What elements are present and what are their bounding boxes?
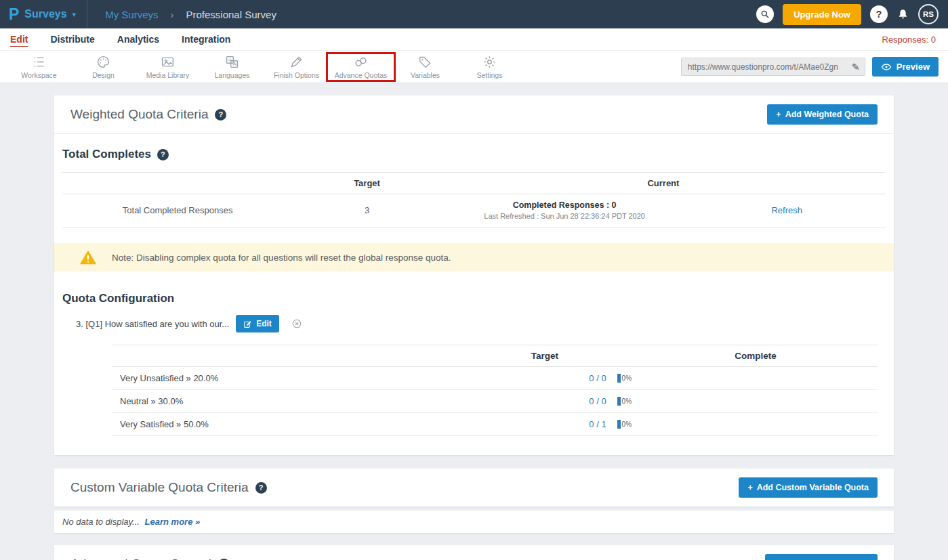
custom-variable-quota-header: Custom Variable Quota Criteria ? + Add C… [54, 469, 894, 507]
breadcrumb: My Surveys › Professional Survey [105, 9, 276, 20]
quota-links-icon [354, 55, 368, 69]
topbar-actions: Upgrade Now ? RS [756, 4, 948, 25]
total-completes-title: Total Completes ? [62, 148, 886, 161]
edit-question-quota-button[interactable]: Edit [236, 315, 279, 332]
product-switcher[interactable]: P Surveys ▾ [0, 0, 87, 28]
edit-toolbar: Workspace Design Media Library A Languag… [0, 51, 948, 83]
target-cell: 0 / 0 0% [457, 396, 633, 406]
avatar[interactable]: RS [918, 4, 939, 24]
table-row: Very Satisfied » 50.0% 0 / 1 0% [112, 413, 878, 436]
preview-button[interactable]: Preview [872, 57, 939, 77]
progress-indicator: 0% [617, 374, 632, 383]
breadcrumb-my-surveys[interactable]: My Surveys [105, 9, 158, 20]
target-count: 0 / 1 [589, 419, 606, 429]
toolbar-item-design[interactable]: Design [71, 55, 136, 79]
no-data-text: No data to display... [62, 517, 140, 527]
tab-integration[interactable]: Integration [182, 34, 230, 45]
svg-text:A: A [232, 61, 236, 67]
question-row: 3. [Q1] How satisfied are you with our..… [76, 315, 886, 332]
remove-question-quota-button[interactable] [291, 318, 302, 329]
toolbar-item-workspace[interactable]: Workspace [7, 55, 71, 79]
edit-icon [243, 320, 252, 328]
responses-count: Responses: 0 [882, 35, 936, 45]
current-column-header: Current [441, 178, 886, 188]
progress-bar [617, 374, 621, 383]
progress-indicator: 0% [617, 397, 632, 406]
toolbar-item-variables[interactable]: Variables [393, 55, 457, 79]
toolbar-item-label: Finish Options [274, 71, 319, 79]
main-tabs: Edit Distribute Analytics Integration Re… [0, 28, 948, 51]
edit-button-label: Edit [256, 319, 272, 328]
target-count: 0 / 0 [589, 396, 606, 406]
toolbar-item-label: Variables [411, 71, 440, 79]
custom-variable-quota-card: Custom Variable Quota Criteria ? + Add C… [54, 469, 894, 507]
toolbar-item-label: Design [92, 71, 115, 79]
tab-edit[interactable]: Edit [10, 34, 28, 45]
eye-icon [881, 62, 892, 72]
bell-icon [897, 8, 909, 21]
advanced-quota-title: Advanced Quota Control ? [70, 557, 230, 560]
help-circle-icon[interactable]: ? [157, 149, 169, 160]
toolbar-item-label: Advance Quotas [335, 71, 388, 79]
weighted-quota-body: Total Completes ? Target Current Total C… [54, 134, 894, 455]
add-custom-variable-quota-button[interactable]: + Add Custom Variable Quota [739, 477, 878, 498]
gear-icon [482, 55, 497, 69]
notifications-button[interactable] [897, 8, 909, 21]
add-advanced-quota-button[interactable]: + Add Advanced Quota [765, 554, 878, 560]
toolbar-item-advance-quotas[interactable]: Advance Quotas [329, 55, 393, 79]
toolbar-item-media-library[interactable]: Media Library [136, 55, 200, 79]
quota-configuration-title: Quota Configuration [62, 292, 886, 305]
add-weighted-quota-button[interactable]: + Add Weighted Quota [767, 104, 878, 125]
tab-distribute[interactable]: Distribute [50, 34, 94, 45]
advanced-quota-card: Advanced Quota Control ? + Add Advanced … [54, 545, 894, 560]
current-value-cell: Completed Responses : 0 Last Refreshed :… [441, 200, 688, 220]
topbar-divider [87, 0, 87, 28]
target-column-header: Target [293, 178, 441, 188]
topbar: P Surveys ▾ My Surveys › Professional Su… [0, 0, 948, 28]
help-button[interactable]: ? [870, 5, 888, 23]
table-row: Total Completed Responses 3 Completed Re… [62, 194, 886, 228]
progress-percent: 0% [622, 421, 632, 428]
survey-url-input[interactable] [686, 62, 848, 72]
advanced-quota-title-text: Advanced Quota Control [70, 557, 211, 560]
product-name: Surveys [24, 8, 66, 20]
breadcrumb-current-survey: Professional Survey [186, 9, 276, 20]
progress-indicator: 0% [617, 420, 632, 429]
tab-analytics[interactable]: Analytics [117, 34, 159, 45]
refresh-link[interactable]: Refresh [688, 205, 886, 215]
answer-option-label: Very Unsatisfied » 20.0% [112, 373, 457, 383]
circle-x-icon [291, 318, 302, 329]
toolbar-item-label: Languages [215, 71, 250, 79]
workspace-icon [32, 55, 46, 69]
question-label: 3. [Q1] How satisfied are you with our..… [76, 319, 229, 329]
target-count: 0 / 0 [589, 373, 606, 383]
pencil-icon [289, 55, 304, 69]
app: P Surveys ▾ My Surveys › Professional Su… [0, 0, 948, 560]
toolbar-item-label: Media Library [146, 71, 190, 79]
total-completes-title-text: Total Completes [62, 148, 151, 161]
translate-icon: A [225, 55, 239, 69]
toolbar-item-settings[interactable]: Settings [457, 55, 522, 79]
plus-icon: + [747, 483, 752, 492]
toolbar-item-finish-options[interactable]: Finish Options [264, 55, 329, 79]
target-cell: 0 / 0 0% [457, 373, 633, 383]
quota-configuration-title-text: Quota Configuration [62, 292, 174, 305]
main-content: Weighted Quota Criteria ? + Add Weighted… [0, 83, 948, 560]
completed-responses-value: Completed Responses : 0 [441, 200, 688, 210]
search-button[interactable] [756, 5, 774, 23]
table-header-row: Target Complete [112, 345, 878, 367]
tag-icon [418, 55, 432, 69]
toolbar-item-languages[interactable]: A Languages [200, 55, 264, 79]
learn-more-link[interactable]: Learn more » [145, 517, 201, 527]
advanced-quota-header: Advanced Quota Control ? + Add Advanced … [54, 545, 894, 560]
help-circle-icon[interactable]: ? [215, 109, 226, 121]
upgrade-button[interactable]: Upgrade Now [783, 4, 861, 25]
quota-configuration-table: Target Complete Very Unsatisfied » 20.0%… [112, 345, 878, 436]
progress-percent: 0% [622, 397, 632, 405]
breadcrumb-separator-icon: › [171, 9, 174, 20]
help-circle-icon[interactable]: ? [255, 482, 267, 494]
row-label: Total Completed Responses [62, 205, 293, 215]
weighted-quota-title: Weighted Quota Criteria ? [70, 107, 226, 122]
toolbar-item-label: Settings [477, 71, 503, 79]
edit-url-icon[interactable]: ✎ [852, 62, 860, 72]
